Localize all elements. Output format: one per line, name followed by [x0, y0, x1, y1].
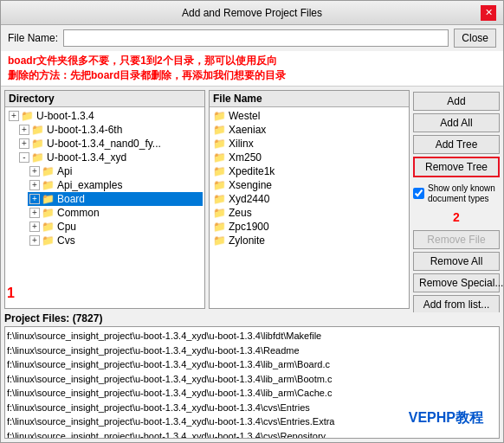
file-panel-header: File Name [210, 91, 409, 107]
file-item-zeus[interactable]: 📁 Zeus [211, 206, 407, 220]
tree-item-board[interactable]: + 📁 Board [28, 192, 203, 206]
pf-item-0: f:\linux\source_insight_project\u-boot-1… [7, 329, 497, 343]
directory-tree[interactable]: + 📁 U-boot-1.3.4 + 📁 U-boot-1.3.4-6th + … [5, 107, 204, 308]
remove-file-button[interactable]: Remove File [413, 230, 500, 249]
remove-all-button[interactable]: Remove All [413, 252, 500, 271]
folder-icon-zeus: 📁 [213, 207, 226, 219]
file-label-zeus: Zeus [229, 207, 252, 219]
file-item-xilinx[interactable]: 📁 Xilinx [211, 137, 407, 151]
directory-panel: Directory + 📁 U-boot-1.3.4 + 📁 U-boot-1.… [4, 90, 205, 309]
tree-item-api[interactable]: + 📁 Api [28, 164, 203, 178]
tree-item-uboot134[interactable]: + 📁 U-boot-1.3.4 [7, 109, 203, 123]
sidebar-buttons: Add Add All Add Tree Remove Tree Show on… [413, 90, 500, 309]
show-known-row: Show only known document types [413, 183, 500, 204]
file-list[interactable]: 📁 Westel 📁 Xaeniax 📁 Xilinx 📁 Xm250 [210, 107, 409, 308]
file-name-input[interactable] [63, 29, 449, 47]
folder-icon-6th: 📁 [31, 124, 44, 136]
toggle-api[interactable]: + [29, 166, 40, 177]
main-content: Directory + 📁 U-boot-1.3.4 + 📁 U-boot-1.… [1, 87, 503, 312]
annotation-line2: 删除的方法：先把board目录都删除，再添加我们想要的目录 [8, 68, 496, 83]
folder-icon-cpu: 📁 [42, 221, 55, 233]
folder-icon-common: 📁 [42, 207, 55, 219]
close-window-button[interactable]: ✕ [481, 5, 496, 21]
file-item-zpc1900[interactable]: 📁 Zpc1900 [211, 220, 407, 234]
toggle-cpu[interactable]: + [29, 222, 40, 232]
toggle-nand0[interactable]: + [19, 138, 29, 149]
folder-icon-zylonite: 📁 [213, 234, 226, 247]
tree-item-cpu[interactable]: + 📁 Cpu [28, 220, 203, 234]
file-item-xsengine[interactable]: 📁 Xsengine [211, 178, 407, 192]
file-label-westel: Westel [229, 110, 260, 122]
toggle-xyd[interactable]: - [19, 152, 29, 163]
remove-tree-button[interactable]: Remove Tree [413, 157, 500, 177]
tree-label-cvs: Cvs [57, 234, 75, 247]
folder-icon-board: 📁 [42, 193, 55, 205]
badge-1: 1 [7, 286, 15, 301]
folder-icon-xaeniax: 📁 [213, 124, 226, 136]
annotation-banner: boadr文件夹很多不要，只要1到2个目录，那可以使用反向 删除的方法：先把bo… [1, 51, 503, 87]
tree-label-uboot134-6th: U-boot-1.3.4-6th [47, 124, 122, 136]
window-title: Add and Remove Project Files [23, 7, 481, 19]
tree-label-api: Api [57, 165, 72, 177]
tree-item-common[interactable]: + 📁 Common [28, 206, 203, 220]
toggle-uboot134-6th[interactable]: + [19, 125, 29, 135]
file-label-xaeniax: Xaeniax [229, 124, 266, 136]
file-item-xaeniax[interactable]: 📁 Xaeniax [211, 123, 407, 137]
tree-label-cpu: Cpu [57, 221, 76, 233]
folder-icon-xyd: 📁 [31, 151, 44, 164]
file-item-xm250[interactable]: 📁 Xm250 [211, 151, 407, 164]
file-item-zylonite[interactable]: 📁 Zylonite [211, 234, 407, 247]
show-known-label: Show only known document types [428, 183, 500, 204]
folder-icon-api: 📁 [42, 165, 55, 177]
add-tree-button[interactable]: Add Tree [413, 135, 500, 154]
tree-item-uboot134-6th[interactable]: + 📁 U-boot-1.3.4-6th [17, 123, 203, 137]
file-label-xpedite1k: Xpedite1k [229, 165, 275, 177]
folder-icon-xilinx: 📁 [213, 138, 226, 150]
tree-label-api-examples: Api_examples [57, 179, 122, 191]
main-window: Add and Remove Project Files ✕ File Name… [0, 0, 504, 443]
file-label-xsengine: Xsengine [229, 179, 272, 191]
show-known-checkbox[interactable] [413, 188, 424, 199]
close-file-button[interactable]: Close [454, 29, 496, 48]
tree-item-uboot134-xyd[interactable]: - 📁 U-boot-1.3.4_xyd [17, 151, 203, 164]
folder-icon-nand0: 📁 [31, 138, 44, 150]
file-item-xyd2440[interactable]: 📁 Xyd2440 [211, 192, 407, 206]
folder-icon-xyd2440: 📁 [213, 193, 226, 205]
file-item-xpedite1k[interactable]: 📁 Xpedite1k [211, 164, 407, 178]
folder-icon-api-examples: 📁 [42, 179, 55, 191]
toggle-common[interactable]: + [29, 208, 40, 218]
tree-item-cvs[interactable]: + 📁 Cvs [28, 234, 203, 247]
tree-label-uboot134: U-boot-1.3.4 [36, 110, 94, 122]
file-name-label: File Name: [8, 32, 58, 44]
add-button[interactable]: Add [413, 92, 500, 111]
title-bar: Add and Remove Project Files ✕ [1, 1, 503, 25]
tree-item-api-examples[interactable]: + 📁 Api_examples [28, 178, 203, 192]
remove-special-button[interactable]: Remove Special... [413, 273, 500, 292]
toggle-api-examples[interactable]: + [29, 180, 40, 190]
tree-item-uboot134-nand0[interactable]: + 📁 U-boot-1.3.4_nand0_fy... [17, 137, 203, 151]
folder-icon: 📁 [21, 110, 34, 122]
toggle-uboot134[interactable]: + [9, 111, 19, 121]
tree-label-nand0: U-boot-1.3.4_nand0_fy... [47, 138, 161, 150]
panels-area: Directory + 📁 U-boot-1.3.4 + 📁 U-boot-1.… [4, 90, 410, 309]
add-from-list-button[interactable]: Add from list... [413, 295, 500, 312]
directory-header: Directory [5, 91, 204, 107]
file-item-westel[interactable]: 📁 Westel [211, 109, 407, 123]
folder-icon-westel: 📁 [213, 110, 226, 122]
folder-icon-xsengine: 📁 [213, 179, 226, 191]
file-name-row: File Name: Close [1, 25, 503, 51]
pf-item-7: f:\linux\source_insight_project\u-boot-1… [7, 429, 497, 440]
folder-icon-zpc1900: 📁 [213, 221, 226, 233]
pf-item-3: f:\linux\source_insight_project\u-boot-1… [7, 372, 497, 387]
add-all-button[interactable]: Add All [413, 113, 500, 132]
project-files-label: Project Files: (7827) [4, 312, 500, 324]
folder-icon-cvs: 📁 [42, 234, 55, 247]
folder-icon-xpedite1k: 📁 [213, 165, 226, 177]
file-label-xilinx: Xilinx [229, 138, 254, 150]
pf-item-4: f:\linux\source_insight_project\u-boot-1… [7, 386, 497, 401]
annotation-line1: boadr文件夹很多不要，只要1到2个目录，那可以使用反向 [8, 54, 496, 68]
tree-label-board: Board [57, 193, 85, 205]
file-label-zpc1900: Zpc1900 [229, 221, 269, 233]
toggle-board[interactable]: + [29, 194, 40, 204]
toggle-cvs[interactable]: + [29, 235, 40, 246]
